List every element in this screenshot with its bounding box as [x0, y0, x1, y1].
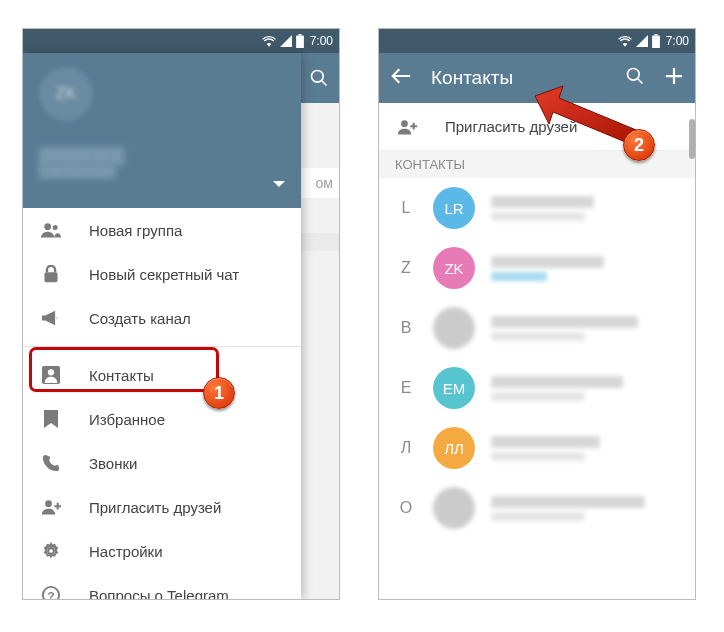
menu-label: Новая группа: [89, 222, 182, 239]
clock: 7:00: [666, 34, 689, 48]
menu-label: Контакты: [89, 367, 154, 384]
search-icon[interactable]: [625, 66, 645, 90]
svg-point-17: [401, 120, 408, 127]
back-icon[interactable]: [391, 68, 411, 88]
contact-status: [491, 212, 585, 221]
clock: 7:00: [310, 34, 333, 48]
help-icon: ?: [41, 586, 61, 599]
contact-row[interactable]: ЕЕМ: [379, 358, 695, 418]
drawer-menu: Новая группа Новый секретный чат Создать…: [23, 208, 301, 599]
svg-point-15: [628, 69, 640, 81]
menu-calls[interactable]: Звонки: [23, 441, 301, 485]
section-letter: Л: [395, 439, 417, 457]
contact-row[interactable]: ЛЛЛ: [379, 418, 695, 478]
contact-info: [491, 256, 679, 281]
appbar: Контакты: [379, 53, 695, 103]
adduser-icon: [397, 119, 417, 135]
section-letter: В: [395, 319, 417, 337]
contact-avatar: ZK: [433, 247, 475, 289]
contact-name: [491, 196, 594, 208]
contact-info: [491, 196, 679, 221]
svg-line-16: [638, 79, 643, 84]
battery-icon: [296, 34, 304, 48]
step-badge-1: 1: [203, 377, 235, 409]
section-letter: L: [395, 199, 417, 217]
contact-info: [491, 376, 679, 401]
phone-icon: [41, 454, 61, 472]
menu-saved[interactable]: Избранное: [23, 397, 301, 441]
contact-status: [491, 512, 585, 521]
appbar-title: Контакты: [431, 67, 513, 89]
status-bar: 7:00: [23, 29, 339, 53]
contact-row[interactable]: В: [379, 298, 695, 358]
contact-status: [491, 452, 585, 461]
plus-icon[interactable]: [665, 67, 683, 89]
menu-label: Звонки: [89, 455, 137, 472]
contact-row[interactable]: О: [379, 478, 695, 538]
svg-point-5: [53, 225, 58, 230]
menu-settings[interactable]: Настройки: [23, 529, 301, 573]
step-badge-2: 2: [623, 129, 655, 161]
menu-new-channel[interactable]: Создать канал: [23, 296, 301, 340]
menu-new-group[interactable]: Новая группа: [23, 208, 301, 252]
chevron-down-icon[interactable]: [273, 176, 285, 194]
menu-new-secret-chat[interactable]: Новый секретный чат: [23, 252, 301, 296]
section-letter: Z: [395, 259, 417, 277]
menu-label: Избранное: [89, 411, 165, 428]
contact-row[interactable]: ZZK: [379, 238, 695, 298]
wifi-icon: [262, 35, 276, 47]
contact-info: [491, 496, 679, 521]
contact-avatar: LR: [433, 187, 475, 229]
menu-label: Пригласить друзей: [89, 499, 221, 516]
contact-name: [491, 376, 623, 388]
contacts-list[interactable]: LLRZZKВЕЕМЛЛЛО: [379, 178, 695, 538]
menu-invite[interactable]: Пригласить друзей: [23, 485, 301, 529]
menu-faq[interactable]: ? Вопросы о Telegram: [23, 573, 301, 599]
svg-point-8: [48, 369, 54, 375]
gear-icon: [41, 542, 61, 560]
lock-icon: [41, 265, 61, 283]
svg-rect-0: [296, 36, 304, 48]
avatar[interactable]: ZK: [39, 67, 93, 121]
scrollbar[interactable]: [689, 119, 695, 159]
navigation-drawer: ZK ████████ █████████ Новая группа Новый…: [23, 53, 301, 599]
signal-icon: [280, 35, 292, 47]
contact-name: [491, 496, 645, 508]
contact-row[interactable]: LLR: [379, 178, 695, 238]
phone-right: 7:00 Контакты Пригласить друзей КОНТАКТЫ…: [378, 28, 696, 600]
profile-name: ████████: [39, 147, 285, 164]
contact-avatar: ЕМ: [433, 367, 475, 409]
contact-icon: [41, 366, 61, 384]
menu-label: Вопросы о Telegram: [89, 587, 229, 600]
svg-text:?: ?: [47, 589, 54, 600]
svg-point-2: [312, 71, 324, 83]
section-letter: Е: [395, 379, 417, 397]
wifi-icon: [618, 35, 632, 47]
battery-icon: [652, 34, 660, 48]
menu-label: Настройки: [89, 543, 163, 560]
contact-avatar: [433, 307, 475, 349]
svg-point-10: [48, 548, 54, 554]
menu-label: Новый секретный чат: [89, 266, 239, 283]
status-bar: 7:00: [379, 29, 695, 53]
svg-point-9: [45, 500, 52, 507]
adduser-icon: [41, 499, 61, 515]
svg-rect-14: [654, 34, 657, 36]
signal-icon: [636, 35, 648, 47]
svg-rect-13: [652, 36, 660, 48]
drawer-header: ZK ████████ █████████: [23, 53, 301, 208]
section-letter: О: [395, 499, 417, 517]
contact-info: [491, 316, 679, 341]
svg-rect-1: [298, 34, 301, 36]
contact-status: [491, 332, 585, 341]
megaphone-icon: [41, 310, 61, 326]
search-icon[interactable]: [309, 68, 329, 88]
invite-label: Пригласить друзей: [445, 118, 577, 135]
bookmark-icon: [41, 410, 61, 428]
contact-status: [491, 392, 585, 401]
menu-label: Создать канал: [89, 310, 191, 327]
svg-rect-6: [44, 272, 57, 282]
svg-point-4: [44, 223, 51, 230]
menu-contacts[interactable]: Контакты: [23, 353, 301, 397]
divider: [23, 346, 301, 347]
